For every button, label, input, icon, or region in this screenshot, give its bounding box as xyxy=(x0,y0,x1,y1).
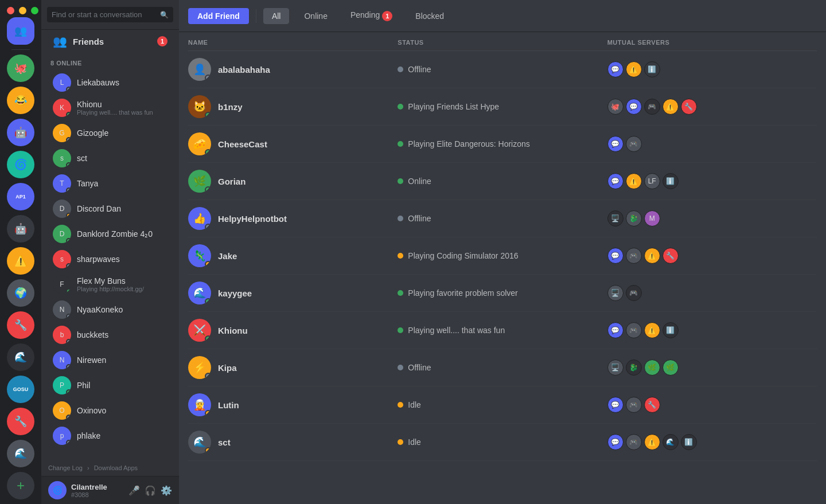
friend-row[interactable]: 🧝LutinIdle💬🎮🔧 xyxy=(188,386,817,424)
server-icon-s1[interactable]: 🐙 xyxy=(7,54,34,82)
server-icon-s8[interactable]: 🌍 xyxy=(7,279,34,307)
close-button[interactable] xyxy=(7,7,14,14)
mutual-servers-cell: 💬⚠️LFℹ️ xyxy=(607,173,817,189)
friend-status-dot xyxy=(205,373,211,379)
status-text: Idle xyxy=(408,400,421,409)
server-icon-s12[interactable]: 🔧 xyxy=(7,408,34,435)
tab-pending[interactable]: Pending1 xyxy=(342,7,400,24)
friend-row[interactable]: 🌿GorianOnline💬⚠️LFℹ️ xyxy=(188,163,817,200)
dm-item[interactable]: KKhionuPlaying well.... that was fun xyxy=(46,95,174,120)
maximize-button[interactable] xyxy=(31,7,38,14)
dm-name: phlake xyxy=(77,431,100,440)
status-text: Playing well.... that was fun xyxy=(408,326,505,335)
col-name: NAME xyxy=(188,39,398,46)
dm-item[interactable]: DDiscord Dan xyxy=(46,196,174,221)
server-icon-s9[interactable]: 🔧 xyxy=(7,311,34,339)
friend-name-cell: 🧀CheeseCast xyxy=(188,132,398,155)
mutual-servers-cell: 🖥️🎮 xyxy=(607,285,817,301)
dm-item[interactable]: bbuckkets xyxy=(46,322,174,347)
friend-row[interactable]: ⚔️KhionuPlaying well.... that was fun💬🎮⚠… xyxy=(188,312,817,349)
mutual-server-icon: ⚠️ xyxy=(626,61,642,77)
dm-item[interactable]: ssct xyxy=(46,146,174,171)
server-divider xyxy=(11,49,30,50)
dm-avatar: L xyxy=(53,73,71,92)
server-icon-s4[interactable]: 🌀 xyxy=(7,151,34,178)
dm-avatar: O xyxy=(53,401,71,420)
dm-item[interactable]: pphlake xyxy=(46,423,174,448)
dm-item[interactable]: ssharpwaves xyxy=(46,247,174,272)
tab-blocked[interactable]: Blocked xyxy=(407,9,452,24)
col-mutual: MUTUAL SERVERS xyxy=(607,39,817,46)
friend-row[interactable]: ⚡KipaOffline🖥️🐉🌿🌿 xyxy=(188,349,817,386)
user-panel: 🌀 Cilantrelle #3088 🎤 🎧 ⚙️ xyxy=(41,476,179,504)
server-icon-s5[interactable]: AP1 xyxy=(7,183,34,210)
mutual-servers-cell: 🖥️🐉🌿🌿 xyxy=(607,360,817,376)
status-dot xyxy=(66,263,71,268)
friend-row[interactable]: 🦎JakePlaying Coding Simulator 2016💬🎮⚠️🔧 xyxy=(188,237,817,275)
server-icon-s3[interactable]: 🤖 xyxy=(7,119,34,146)
friend-row[interactable]: 👤abalabahahaOffline💬⚠️ℹ️ xyxy=(188,51,817,88)
dm-list: LLiekabauwsKKhionuPlaying well.... that … xyxy=(41,70,179,462)
dm-item[interactable]: OOxinovo xyxy=(46,398,174,423)
server-icon-s11[interactable]: GOSU xyxy=(7,376,34,403)
status-text: Playing favorite problem solver xyxy=(408,288,517,298)
server-icon-s10[interactable]: 🌊 xyxy=(7,343,34,371)
friends-nav-item[interactable]: 👥 Friends 1 xyxy=(46,30,174,53)
dm-item[interactable]: DDanklord Zombie 4₂0 xyxy=(46,221,174,247)
mutual-server-icon: 🎮 xyxy=(626,397,642,413)
mutual-server-icon: 🖥️ xyxy=(607,285,624,301)
dm-status-text: Playing http://mocklt.gg/ xyxy=(77,286,144,292)
server-icon-s7[interactable]: ⚠️ xyxy=(7,247,34,275)
friend-row[interactable]: 👍HelpyHelpnotbotOffline🖥️🐉M xyxy=(188,200,817,237)
online-count: 8 ONLINE xyxy=(50,60,82,67)
friend-row[interactable]: 🧀CheeseCastPlaying Elite Dangerous: Hori… xyxy=(188,126,817,163)
friend-row[interactable]: 🌊kayygeePlaying favorite problem solver🖥… xyxy=(188,275,817,312)
friend-row[interactable]: 🌊sctIdle💬🎮⚠️🌊ℹ️ xyxy=(188,424,817,461)
status-dot xyxy=(66,339,71,344)
settings-button[interactable]: ⚙️ xyxy=(161,485,172,496)
deafen-button[interactable]: 🎧 xyxy=(145,485,156,496)
dm-avatar: F xyxy=(53,275,71,294)
dm-item[interactable]: NNirewen xyxy=(46,347,174,373)
status-text: Offline xyxy=(408,214,431,223)
status-dot xyxy=(66,238,71,243)
friend-status-dot xyxy=(205,298,211,304)
status-dot xyxy=(66,87,71,92)
dm-name: Discord Dan xyxy=(77,204,121,213)
download-apps-link[interactable]: Download Apps xyxy=(94,464,138,471)
dm-info: NyaaKoneko xyxy=(77,305,123,314)
dm-item[interactable]: FFlex My BunsPlaying http://mocklt.gg/ xyxy=(46,272,174,297)
server-icon-s2[interactable]: 😂 xyxy=(7,87,34,114)
mute-button[interactable]: 🎤 xyxy=(128,485,140,496)
status-indicator xyxy=(398,365,403,370)
tab-all[interactable]: All xyxy=(263,8,290,24)
dm-item[interactable]: GGizoogle xyxy=(46,120,174,146)
search-input[interactable] xyxy=(47,7,173,22)
mutual-server-icon: 💬 xyxy=(607,136,624,152)
server-icon-s13[interactable]: 🌊 xyxy=(7,440,34,467)
add-server-button[interactable]: + xyxy=(7,472,34,499)
mutual-server-icon: 🎮 xyxy=(626,136,642,152)
dm-name: Phil xyxy=(77,381,90,390)
changelog-link[interactable]: Change Log xyxy=(48,464,83,471)
dm-item[interactable]: NNyaaKoneko xyxy=(46,297,174,322)
dm-avatar: N xyxy=(53,351,71,369)
dm-avatar: s xyxy=(53,149,71,167)
friend-status-cell: Playing Friends List Hype xyxy=(398,102,607,111)
minimize-button[interactable] xyxy=(19,7,26,14)
dm-item[interactable]: PPhil xyxy=(46,373,174,398)
add-friend-button[interactable]: Add Friend xyxy=(188,8,249,24)
dm-info: Liekabauws xyxy=(77,78,119,87)
dm-item[interactable]: LLiekabauws xyxy=(46,70,174,95)
tab-online[interactable]: Online xyxy=(296,9,335,24)
server-icon-s6[interactable]: 🤖 xyxy=(7,215,34,243)
friend-status-dot xyxy=(205,112,211,118)
dm-info: Nirewen xyxy=(77,355,106,365)
server-icon-friends[interactable]: 👥 xyxy=(7,17,34,45)
friend-row[interactable]: 🐱b1nzyPlaying Friends List Hype🐙💬🎮⚠️🔧 xyxy=(188,88,817,126)
dm-avatar: p xyxy=(53,427,71,445)
dm-item[interactable]: TTanya xyxy=(46,171,174,196)
status-indicator xyxy=(398,67,403,72)
mutual-server-icon: 🌿 xyxy=(663,360,679,376)
friend-avatar: 👤 xyxy=(188,58,211,81)
